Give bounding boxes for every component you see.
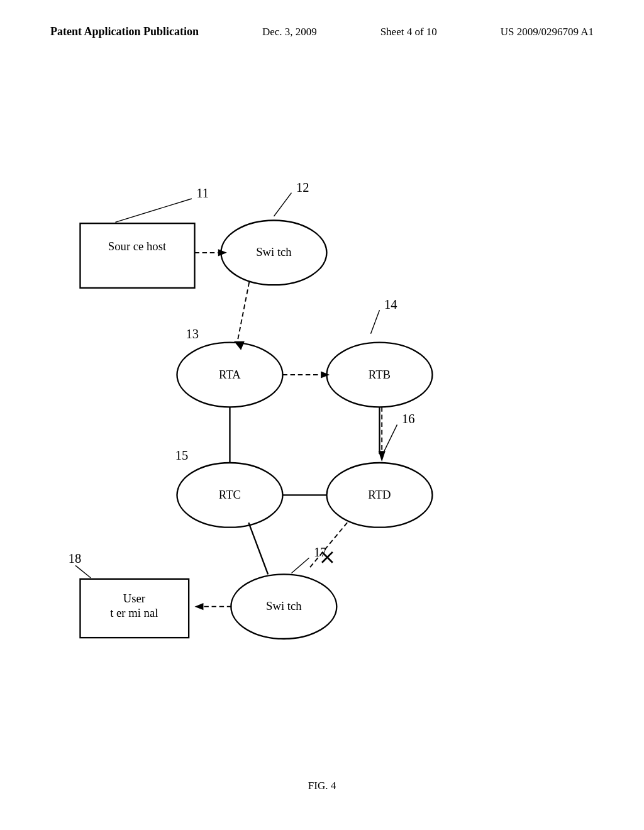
svg-text:18: 18 — [69, 551, 82, 565]
svg-text:12: 12 — [296, 180, 309, 194]
svg-text:14: 14 — [384, 297, 397, 311]
publication-title: Patent Application Publication — [50, 25, 199, 38]
svg-text:t er mi nal: t er mi nal — [110, 606, 158, 619]
svg-text:RTA: RTA — [219, 368, 241, 381]
svg-text:17: 17 — [314, 545, 327, 559]
svg-text:RTD: RTD — [368, 488, 391, 501]
svg-text:Sour ce  host: Sour ce host — [108, 240, 167, 253]
svg-line-5 — [370, 310, 379, 333]
sheet-info: Sheet 4 of 10 — [380, 26, 437, 38]
svg-line-0 — [115, 199, 191, 222]
svg-text:13: 13 — [186, 327, 199, 341]
svg-line-8 — [384, 424, 397, 451]
svg-line-13 — [75, 565, 91, 578]
svg-rect-14 — [80, 223, 194, 288]
svg-text:16: 16 — [402, 412, 415, 426]
svg-marker-44 — [194, 603, 203, 610]
figure-caption: FIG. 4 — [308, 780, 336, 792]
figure-diagram: 11 12 13 14 15 16 17 18 Sour ce host Swi… — [0, 75, 644, 780]
svg-text:11: 11 — [196, 186, 209, 200]
page-header: Patent Application Publication Dec. 3, 2… — [0, 25, 644, 38]
svg-text:15: 15 — [175, 448, 189, 462]
svg-line-2 — [274, 193, 291, 216]
patent-number: US 2009/0296709 A1 — [501, 26, 594, 38]
svg-text:Swi tch: Swi tch — [266, 599, 302, 612]
svg-text:Swi tch: Swi tch — [256, 245, 292, 258]
svg-text:User: User — [123, 592, 146, 605]
svg-marker-30 — [379, 451, 386, 462]
svg-line-10 — [291, 558, 309, 573]
publication-date: Dec. 3, 2009 — [262, 26, 317, 38]
svg-text:RTC: RTC — [219, 488, 241, 501]
svg-line-22 — [238, 282, 250, 341]
svg-text:RTB: RTB — [369, 368, 391, 381]
svg-line-39 — [248, 523, 268, 574]
